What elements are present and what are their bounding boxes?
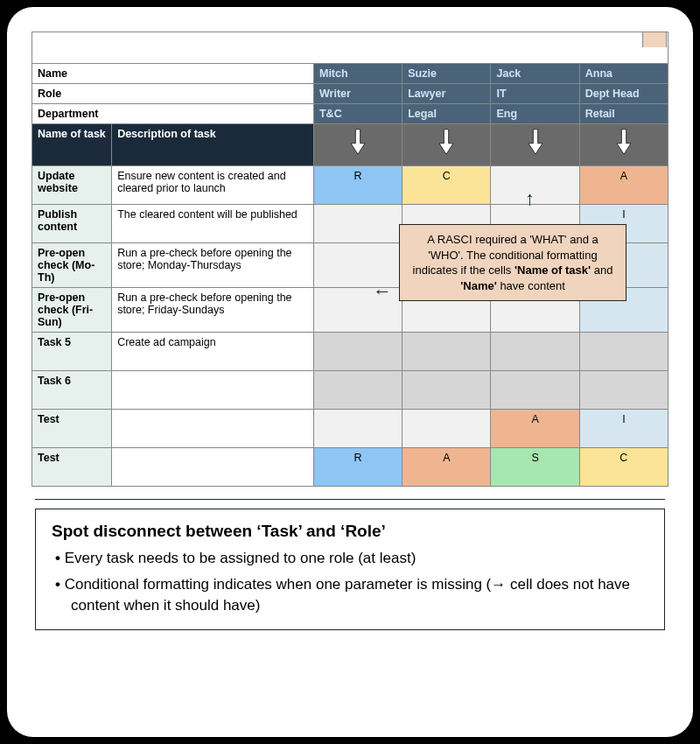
arrow-down-icon bbox=[579, 124, 668, 166]
task-name-cell: Task 6 bbox=[32, 371, 112, 410]
callout-text: and bbox=[591, 263, 612, 277]
callout-bold: 'Name of task' bbox=[514, 263, 591, 277]
task-desc-cell: Create ad campaign bbox=[112, 333, 314, 371]
table-row: Task 6 bbox=[32, 371, 668, 410]
person-name-0: Mitch bbox=[313, 64, 402, 84]
task-name-cell: Test bbox=[32, 448, 112, 487]
task-name-cell: Publish content bbox=[32, 205, 112, 243]
person-name-3: Anna bbox=[579, 64, 668, 84]
table-row: TestRASC bbox=[32, 448, 668, 487]
task-name-cell: Pre-open check (Mo-Th) bbox=[32, 243, 112, 288]
header-row-name: Name Mitch Suzie Jack Anna bbox=[32, 64, 668, 84]
annotation-arrow-left-icon: ← bbox=[373, 280, 392, 303]
task-desc-cell bbox=[112, 410, 314, 448]
rasci-cell: A bbox=[491, 410, 579, 448]
title-bar bbox=[32, 32, 668, 63]
rasci-cell: A bbox=[579, 166, 668, 205]
arrow-down-icon bbox=[491, 124, 579, 166]
table-row: TestAI bbox=[32, 410, 668, 448]
task-name-cell: Pre-open check (Fri-Sun) bbox=[32, 288, 112, 333]
rasci-cell bbox=[579, 371, 668, 410]
header-row-dept: Department T&C Legal Eng Retail bbox=[32, 104, 668, 124]
rasci-cell: I bbox=[579, 410, 668, 448]
rasci-cell bbox=[491, 333, 579, 371]
table-row: Update websiteEnsure new content is crea… bbox=[32, 166, 668, 205]
rasci-cell bbox=[313, 205, 402, 243]
header-label-role: Role bbox=[32, 84, 314, 104]
col-header-task: Name of task bbox=[32, 124, 112, 166]
task-desc-cell: Run a pre-check before opening the store… bbox=[112, 243, 314, 288]
header-row-role: Role Writer Lawyer IT Dept Head bbox=[32, 84, 668, 104]
section-divider bbox=[35, 499, 665, 500]
rasci-cell: C bbox=[402, 166, 491, 205]
rasci-cell bbox=[402, 371, 491, 410]
explanation-bullet: Conditional formatting indicates when on… bbox=[55, 574, 648, 616]
person-dept-2: Eng bbox=[491, 104, 579, 124]
task-name-cell: Update website bbox=[32, 166, 112, 205]
task-desc-cell bbox=[112, 371, 314, 410]
rasci-cell: S bbox=[491, 448, 579, 487]
rasci-cell bbox=[491, 371, 579, 410]
explanation-bullet: Every task needs to be assigned to one r… bbox=[55, 548, 648, 569]
arrow-header-row: Name of task Description of task bbox=[32, 124, 668, 166]
callout-bold: 'Name' bbox=[460, 279, 497, 292]
explanation-title: Spot disconnect between ‘Task’ and ‘Role… bbox=[52, 522, 648, 541]
person-role-3: Dept Head bbox=[579, 84, 668, 104]
rasci-cell: R bbox=[313, 166, 402, 205]
rasci-cell bbox=[402, 333, 491, 371]
rasci-cell bbox=[313, 410, 402, 448]
person-dept-1: Legal bbox=[402, 104, 491, 124]
arrow-down-icon bbox=[402, 124, 491, 166]
table-row: Task 5Create ad campaign bbox=[32, 333, 668, 371]
rasci-cell: C bbox=[579, 448, 668, 487]
task-desc-cell bbox=[112, 448, 314, 487]
person-role-0: Writer bbox=[313, 84, 402, 104]
person-role-1: Lawyer bbox=[402, 84, 491, 104]
person-role-2: IT bbox=[491, 84, 579, 104]
arrow-down-icon bbox=[313, 124, 402, 166]
header-label-dept: Department bbox=[32, 104, 314, 124]
col-header-desc: Description of task bbox=[112, 124, 314, 166]
rasci-cell: A bbox=[402, 448, 491, 487]
task-name-cell: Task 5 bbox=[32, 333, 112, 371]
rasci-cell bbox=[579, 333, 668, 371]
callout-note: A RASCI required a 'WHAT' and a 'WHO'. T… bbox=[399, 224, 626, 301]
legend-swatch bbox=[642, 32, 667, 47]
header-label-name: Name bbox=[32, 64, 314, 84]
person-dept-3: Retail bbox=[579, 104, 668, 124]
person-name-2: Jack bbox=[491, 64, 579, 84]
explanation-box: Spot disconnect between ‘Task’ and ‘Role… bbox=[35, 509, 665, 630]
task-name-cell: Test bbox=[32, 410, 112, 448]
callout-text: have content bbox=[497, 279, 565, 292]
rasci-cell bbox=[313, 333, 402, 371]
rasci-cell: R bbox=[313, 448, 402, 487]
task-desc-cell: The cleared content will be published bbox=[112, 205, 314, 243]
rasci-cell bbox=[402, 410, 491, 448]
rasci-cell bbox=[313, 371, 402, 410]
annotation-arrow-up-icon: ↑ bbox=[525, 187, 535, 210]
rasci-cell bbox=[491, 166, 579, 205]
person-dept-0: T&C bbox=[313, 104, 402, 124]
page-frame: Name Mitch Suzie Jack Anna Role Writer L… bbox=[7, 7, 693, 737]
task-desc-cell: Run a pre-check before opening the store… bbox=[112, 288, 314, 333]
task-desc-cell: Ensure new content is created and cleare… bbox=[112, 166, 314, 205]
person-name-1: Suzie bbox=[402, 64, 491, 84]
